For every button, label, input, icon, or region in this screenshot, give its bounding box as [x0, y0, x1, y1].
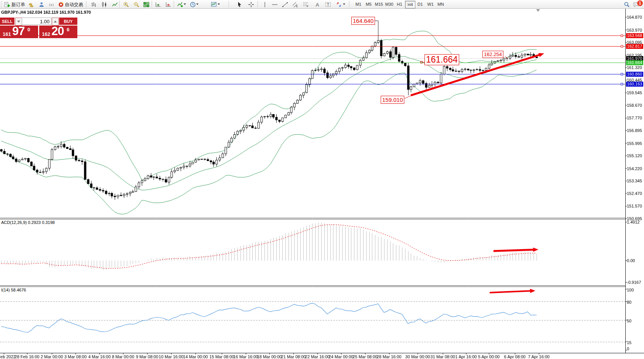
periods-dropdown-icon[interactable] [196, 3, 199, 5]
annotation-level-162254[interactable]: 162.254 [482, 51, 503, 58]
text-label-icon[interactable]: T [325, 1, 331, 8]
macd-tick: 0.00 [627, 258, 635, 263]
price-tick: 155.995 [627, 141, 642, 146]
price-tick: 153.345 [627, 179, 642, 183]
timeframe-MN[interactable]: MN [436, 1, 445, 8]
price-tick: 164.870 [627, 15, 642, 19]
annotation-high-164640[interactable]: 164.640 [351, 17, 375, 25]
timeframe-H4[interactable]: H4 [405, 1, 415, 8]
chart-canvas[interactable] [0, 0, 644, 359]
time-label: 25 Mar 08:00 [353, 354, 378, 359]
chart-shift-marker-icon[interactable] [536, 9, 540, 12]
buy-price-sup: 6 [67, 27, 69, 32]
line-chart-icon[interactable] [112, 1, 118, 8]
time-label: 21 Mar 08:00 [281, 354, 306, 359]
timeframe-H1[interactable]: H1 [395, 1, 404, 8]
symbol-info: GBPJPY-,H4 162.034 162.119 161.970 161.9… [1, 10, 91, 14]
time-label: 4 Mar 16:00 [88, 354, 111, 359]
toolbar: 新订单 自动交易 [0, 0, 644, 9]
search-icon[interactable] [623, 1, 630, 8]
time-label: 28 Mar 16:00 [377, 354, 402, 359]
notification-badge[interactable]: 1 [637, 0, 643, 6]
buy-price-big: 20 [51, 24, 64, 38]
price-tick: 163.970 [627, 28, 642, 32]
fibonacci-icon[interactable]: F [303, 1, 309, 8]
volume-input[interactable]: 1.00 [22, 18, 51, 25]
timeframe-D1[interactable]: D1 [415, 1, 425, 8]
bar-chart-icon[interactable] [90, 1, 97, 8]
time-label: 5 Apr 00:00 [478, 354, 500, 359]
zoom-in-icon[interactable] [123, 1, 129, 8]
time-label: 22 Mar 16:00 [305, 354, 330, 359]
zoom-out-icon[interactable] [133, 1, 139, 8]
time-label: 9 Mar 08:00 [136, 354, 159, 359]
horizontal-line-icon[interactable] [271, 1, 278, 8]
timeframe-W1[interactable]: W1 [426, 1, 435, 8]
tile-windows-icon[interactable] [143, 1, 149, 8]
buy-price-panel[interactable]: 162 20 6 [39, 26, 77, 38]
time-label: 25 Feb 2022 [0, 354, 16, 359]
gold-icon[interactable] [28, 1, 34, 8]
price-tick: 157.770 [627, 116, 642, 120]
arrows-icon[interactable] [336, 1, 342, 8]
rsi-tick: 15 [627, 340, 631, 345]
time-label: 30 Mar 00:00 [405, 354, 430, 359]
profile-icon[interactable] [38, 1, 45, 8]
sell-price-small: 161 [3, 31, 11, 37]
buy-price-small: 162 [42, 31, 50, 37]
svg-text:F: F [307, 5, 308, 8]
rsi-tick: 100 [627, 288, 634, 292]
price-tick: 155.120 [627, 153, 642, 158]
equidistant-channel-icon[interactable]: E [292, 1, 298, 8]
signal-icon[interactable] [48, 1, 54, 8]
one-click-trading-panel: SELL 1.00 BUY 161 97 0 162 20 6 [0, 17, 78, 38]
time-label: 28 Feb 16:00 [15, 354, 40, 359]
time-label: 24 Mar 00:00 [329, 354, 354, 359]
time-label: 10 Mar 16:00 [159, 354, 184, 359]
chart-shift-icon[interactable] [165, 1, 171, 8]
auto-scroll-icon[interactable] [155, 1, 161, 8]
cursor-icon[interactable] [236, 1, 243, 8]
price-badge: 160.860 [626, 72, 643, 77]
toolbar-grip[interactable] [1, 1, 2, 7]
price-tick: 158.670 [627, 103, 642, 108]
timeframe-M5[interactable]: M5 [364, 1, 373, 8]
price-badge: 162.817 [626, 44, 643, 49]
buy-button[interactable]: BUY [59, 18, 77, 25]
templates-icon[interactable] [210, 1, 217, 8]
text-icon[interactable]: A [314, 1, 320, 8]
time-label: 6 Apr 08:00 [504, 354, 525, 359]
indicators-dropdown-icon[interactable] [184, 3, 186, 5]
sell-price-sup: 0 [27, 27, 30, 32]
timeframe-M15[interactable]: M15 [374, 1, 384, 8]
price-tick: 161.320 [627, 65, 642, 70]
annotation-low-159010[interactable]: 159.010 [381, 96, 404, 104]
price-tick: 152.470 [627, 191, 642, 196]
vertical-line-icon[interactable] [261, 1, 268, 8]
price-tick: 151.570 [627, 204, 642, 208]
crosshair-icon[interactable] [248, 1, 254, 8]
auto-trading-label[interactable]: 自动交易 [65, 2, 83, 8]
arrows-dropdown-icon[interactable] [343, 3, 345, 5]
sell-price-panel[interactable]: 161 97 0 [0, 26, 38, 38]
mt4-window: 新订单 自动交易 [0, 0, 644, 359]
time-label: 1 Apr 16:00 [455, 354, 477, 359]
templates-dropdown-icon[interactable] [218, 3, 220, 5]
new-order-icon[interactable] [4, 1, 10, 8]
new-order-label[interactable]: 新订单 [11, 2, 25, 8]
periods-icon[interactable] [189, 1, 196, 8]
svg-text:T: T [327, 2, 329, 7]
annotation-level-161664[interactable]: 161.664 [425, 54, 459, 65]
price-tick: 154.220 [627, 166, 642, 171]
sell-button[interactable]: SELL [0, 18, 14, 25]
trendline-icon[interactable] [282, 1, 288, 8]
timeframe-M1[interactable]: M1 [354, 1, 363, 8]
macd-tick: 1.4912 [627, 220, 640, 224]
time-label: 15 Mar 08:00 [210, 354, 234, 359]
time-label: 14 Mar 00:00 [183, 354, 208, 359]
rsi-tick: 0 [627, 346, 629, 351]
candle-chart-icon[interactable] [101, 1, 107, 8]
timeframe-M30[interactable]: M30 [384, 1, 394, 8]
auto-trading-icon[interactable] [58, 1, 64, 8]
indicators-icon[interactable] [177, 1, 183, 8]
